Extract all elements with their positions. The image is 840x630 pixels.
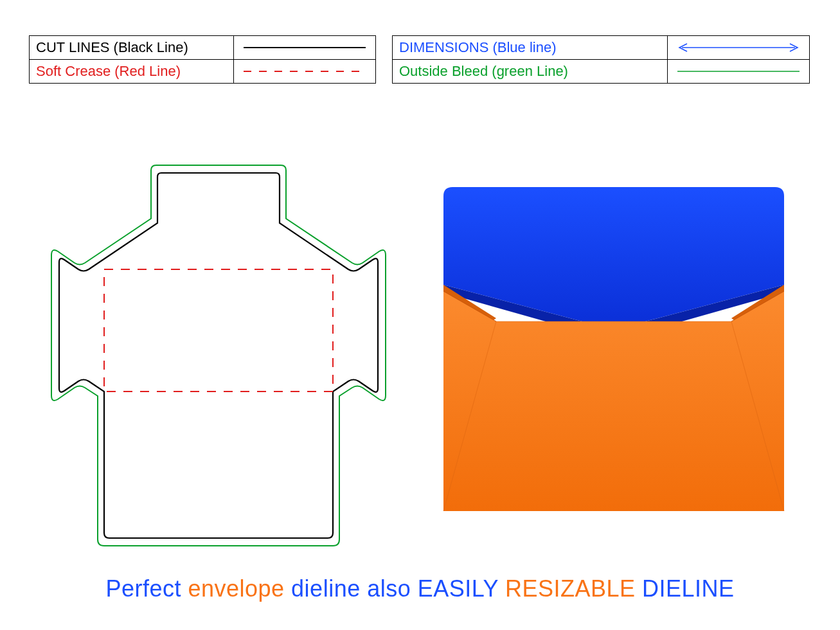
tagline-word-easily: EASILY (418, 575, 505, 602)
legend-cut-sample (234, 36, 376, 60)
tagline-word-dieline: dieline also (291, 575, 418, 602)
tagline-word-perfect: Perfect (105, 575, 188, 602)
legend-right: DIMENSIONS (Blue line) Outside Bleed (gr… (392, 35, 810, 84)
legend-bleed-label: Outside Bleed (green Line) (393, 60, 668, 84)
tagline-word-resizable: RESIZABLE (505, 575, 642, 602)
legend-dimension-sample (668, 36, 810, 60)
envelope-front (443, 291, 784, 511)
svg-rect-4 (104, 269, 333, 392)
arrow-line-icon (674, 41, 803, 54)
legend-dimension-label: DIMENSIONS (Blue line) (393, 36, 668, 60)
tagline-word-dieline2: DIELINE (642, 575, 735, 602)
tagline: Perfect envelope dieline also EASILY RES… (0, 575, 840, 602)
legend-cut-label: CUT LINES (Black Line) (30, 36, 234, 60)
dashed-line-icon (240, 65, 369, 78)
envelope-mockup (424, 183, 803, 530)
legend-crease-sample (234, 60, 376, 84)
envelope-flap (443, 187, 784, 330)
dieline-template (39, 158, 398, 569)
legend-left: CUT LINES (Black Line) Soft Crease (Red … (29, 35, 376, 84)
legend-crease-label: Soft Crease (Red Line) (30, 60, 234, 84)
solid-line-icon (240, 41, 369, 54)
green-line-icon (674, 65, 803, 78)
tagline-word-envelope: envelope (188, 575, 291, 602)
legend-bleed-sample (668, 60, 810, 84)
